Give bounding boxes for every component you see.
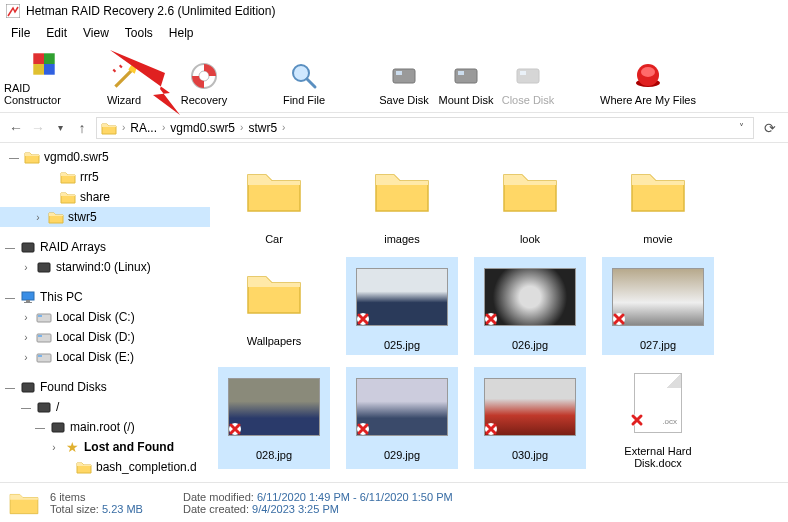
folder-item-look[interactable]: look (474, 155, 586, 245)
menu-file[interactable]: File (4, 24, 37, 40)
tree-found-disks[interactable]: —Found Disks (0, 377, 210, 397)
wizard-button[interactable]: Wizard (84, 48, 164, 106)
folder-icon (76, 459, 92, 475)
file-item-030[interactable]: 030.jpg (474, 367, 586, 469)
folder-item-car[interactable]: Car (218, 155, 330, 245)
folder-icon (8, 489, 40, 517)
folder-icon (500, 167, 560, 215)
minidisk-icon (36, 399, 52, 415)
deleted-icon (629, 412, 645, 428)
star-icon: ★ (64, 439, 80, 455)
deleted-icon (227, 421, 243, 437)
status-count: 6 items (50, 491, 85, 503)
file-item-025[interactable]: 025.jpg (346, 257, 458, 355)
folder-icon (60, 169, 76, 185)
drive-icon (36, 329, 52, 345)
tree-starwind[interactable]: ›starwind:0 (Linux) (0, 257, 210, 277)
nav-dropdown[interactable]: ▾ (52, 122, 68, 133)
breadcrumb[interactable]: › RA... › vgmd0.swr5 › stwr5 › ˅ (96, 117, 754, 139)
menu-help[interactable]: Help (162, 24, 201, 40)
folder-icon (24, 149, 40, 165)
deleted-icon (483, 311, 499, 327)
drive-icon (36, 309, 52, 325)
minidisk-icon (20, 239, 36, 255)
folder-icon (244, 167, 304, 215)
folder-item-movie[interactable]: movie (602, 155, 714, 245)
deleted-icon (483, 421, 499, 437)
folder-icon (48, 209, 64, 225)
folder-icon (60, 189, 76, 205)
save-disk-button[interactable]: Save Disk (374, 48, 434, 106)
nav-up[interactable]: ↑ (74, 120, 90, 136)
recovery-button[interactable]: Recovery (164, 48, 244, 106)
nav-back[interactable]: ← (8, 120, 24, 136)
pc-icon (20, 289, 36, 305)
file-item-docx[interactable]: .ocx External Hard Disk.docx (602, 367, 714, 469)
status-bar: 6 items Total size: 5.23 MB Date modifie… (0, 482, 788, 522)
nav-bar: ← → ▾ ↑ › RA... › vgmd0.swr5 › stwr5 › ˅… (0, 113, 788, 143)
disk-icon (389, 61, 419, 91)
tree-share[interactable]: share (0, 187, 210, 207)
tree-slash[interactable]: —/ (0, 397, 210, 417)
find-file-button[interactable]: Find File (264, 48, 344, 106)
file-grid[interactable]: Car images look movie Wallpapers 025.jpg (210, 143, 788, 483)
raid-constructor-button[interactable]: RAID Constructor (4, 48, 84, 106)
tree-disk-c[interactable]: ›Local Disk (C:) (0, 307, 210, 327)
tree-disk-d[interactable]: ›Local Disk (D:) (0, 327, 210, 347)
tree-this-pc[interactable]: —This PC (0, 287, 210, 307)
minidisk-icon (50, 419, 66, 435)
folder-icon (628, 167, 688, 215)
crumb-1[interactable]: vgmd0.swr5 (170, 121, 235, 135)
deleted-icon (355, 311, 371, 327)
close-disk-button: Close Disk (498, 48, 558, 106)
nav-forward: → (30, 120, 46, 136)
status-date-modified: 6/11/2020 1:49 PM - 6/11/2020 1:50 PM (257, 491, 453, 503)
lifebuoy-icon (189, 61, 219, 91)
title-bar: Hetman RAID Recovery 2.6 (Unlimited Edit… (0, 0, 788, 22)
toolbar: RAID Constructor Wizard Recovery Find Fi… (0, 42, 788, 113)
minidisk-icon (20, 379, 36, 395)
file-item-026[interactable]: 026.jpg (474, 257, 586, 355)
menu-view[interactable]: View (76, 24, 116, 40)
menu-tools[interactable]: Tools (118, 24, 160, 40)
puzzle-icon (29, 49, 59, 79)
minidisk-icon (36, 259, 52, 275)
tree-lost-and-found[interactable]: ›★Lost and Found (0, 437, 210, 457)
file-item-027[interactable]: 027.jpg (602, 257, 714, 355)
folder-item-wallpapers[interactable]: Wallpapers (218, 257, 330, 355)
crumb-2[interactable]: stwr5 (248, 121, 277, 135)
magnifier-icon (289, 61, 319, 91)
app-icon (6, 4, 20, 18)
tree-mainroot[interactable]: —main.root (/) (0, 417, 210, 437)
mount-disk-button[interactable]: Mount Disk (434, 48, 498, 106)
where-are-my-files-button[interactable]: Where Are My Files (588, 48, 708, 106)
menu-bar: File Edit View Tools Help (0, 22, 788, 42)
disk-icon (451, 61, 481, 91)
tree-bash[interactable]: bash_completion.d (0, 457, 210, 477)
wand-icon (109, 61, 139, 91)
crumb-dropdown-icon[interactable]: ˅ (733, 122, 749, 133)
disk-icon (513, 61, 543, 91)
status-date-created: 9/4/2023 3:25 PM (252, 503, 339, 515)
deleted-icon (355, 421, 371, 437)
tree-vgmd[interactable]: —vgmd0.swr5 (0, 147, 210, 167)
folder-item-images[interactable]: images (346, 155, 458, 245)
refresh-button[interactable]: ⟳ (760, 120, 780, 136)
folder-icon (244, 269, 304, 317)
tree-disk-e[interactable]: ›Local Disk (E:) (0, 347, 210, 367)
menu-edit[interactable]: Edit (39, 24, 74, 40)
document-icon: .ocx (634, 373, 682, 433)
window-title: Hetman RAID Recovery 2.6 (Unlimited Edit… (26, 4, 275, 18)
tree-raid-arrays[interactable]: —RAID Arrays (0, 237, 210, 257)
tree-stwr5[interactable]: ›stwr5 (0, 207, 210, 227)
file-item-028[interactable]: 028.jpg (218, 367, 330, 469)
tree-rrr5[interactable]: rrr5 (0, 167, 210, 187)
folder-icon (372, 167, 432, 215)
folder-icon (101, 120, 117, 136)
folder-tree[interactable]: —vgmd0.swr5 rrr5 share ›stwr5 —RAID Arra… (0, 143, 210, 483)
status-size: 5.23 MB (102, 503, 143, 515)
deleted-icon (611, 311, 627, 327)
crumb-0[interactable]: RA... (130, 121, 157, 135)
red-button-icon (633, 61, 663, 91)
file-item-029[interactable]: 029.jpg (346, 367, 458, 469)
